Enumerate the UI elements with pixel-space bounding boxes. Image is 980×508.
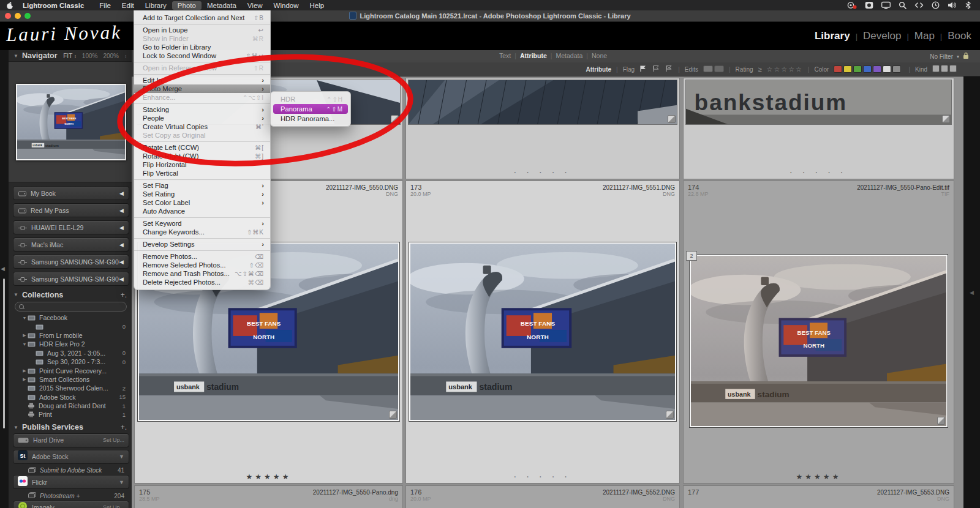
volume-icon[interactable] — [948, 1, 957, 9]
device-item[interactable]: Red My Pass◀ — [13, 203, 129, 217]
collapse-arrow-icon[interactable]: ◀ — [119, 242, 124, 248]
disclosure-triangle-icon[interactable]: ▶ — [21, 368, 28, 373]
navigator-thumbnail[interactable]: BEST FANSNORTHusbankstadium — [16, 84, 126, 160]
menubar-item-photo[interactable]: Photo — [172, 1, 202, 10]
menu-item-photo-merge[interactable]: Photo Merge› — [134, 84, 270, 93]
display-icon[interactable] — [881, 1, 891, 9]
collection-item[interactable]: Aug 3, 2021 - 3:05...0 — [9, 349, 132, 357]
color-swatch-4[interactable] — [873, 65, 881, 73]
develop-badge-icon[interactable] — [666, 411, 674, 419]
navigator-zoom-more-icon[interactable]: ↕ — [124, 53, 127, 59]
collection-item[interactable]: Adobe Stock15 — [9, 393, 132, 402]
menu-item-set-keyword[interactable]: Set Keyword› — [134, 219, 270, 228]
menu-item-set-rating[interactable]: Set Rating› — [134, 190, 270, 198]
collection-item[interactable]: 2015 Sherwood Calen...2 — [9, 384, 132, 392]
disclosure-triangle-icon[interactable]: ▶ — [21, 333, 28, 338]
submenu-item-panorama[interactable]: Panorama⌃⇧M — [273, 104, 348, 114]
navigator-preview[interactable]: BEST FANSNORTHusbankstadium — [9, 61, 132, 182]
collapse-arrow-icon[interactable]: ◀ — [119, 259, 124, 265]
device-item[interactable]: HUAWEI ELE-L29◀ — [13, 220, 129, 234]
menubar-item-help[interactable]: Help — [304, 1, 330, 10]
grid-cell[interactable]: 17520211127-IMG_5550-Pano.dng28.5 MPdng — [134, 485, 403, 508]
flag-unflagged-icon[interactable] — [652, 65, 660, 73]
photo-thumbnail[interactable]: BEST FANSNORTHusbankstadium — [409, 242, 676, 421]
menu-item-delete-rejected-photos[interactable]: Delete Rejected Photos...⌘⌫ — [134, 278, 270, 286]
publish-services-header[interactable]: ▼ Publish Services +. — [9, 422, 132, 433]
filter-tab-text[interactable]: Text — [499, 52, 511, 59]
camera-icon[interactable] — [865, 1, 873, 9]
search-icon[interactable] — [899, 1, 907, 9]
device-item[interactable]: Samsung SAMSUNG-SM-G900A◀ — [13, 272, 129, 286]
menu-item-add-to-target-collection-and-next[interactable]: Add to Target Collection and Next⇧B — [134, 13, 270, 22]
collection-item[interactable]: ▶From Lr mobile — [9, 331, 132, 340]
rating-stars[interactable]: ★★★★★ — [135, 473, 402, 481]
collection-item[interactable]: ▶Smart Collections — [9, 375, 132, 384]
left-panel-collapse-icon[interactable]: ◀ — [1, 266, 5, 272]
rating-dots[interactable]: · · · · · — [684, 169, 954, 176]
develop-badge-icon[interactable] — [391, 115, 399, 123]
photo-thumbnail[interactable] — [408, 80, 677, 125]
stack-count-badge[interactable]: 2 — [686, 251, 697, 261]
submenu-item-hdr-panorama[interactable]: HDR Panorama... — [273, 114, 348, 124]
collapse-arrow-icon[interactable]: ◀ — [119, 225, 124, 231]
collection-search-input[interactable] — [15, 302, 127, 312]
device-item[interactable]: My Book◀ — [13, 186, 129, 200]
disclosure-triangle-icon[interactable]: ▼ — [21, 316, 28, 320]
collection-item[interactable]: Doug and Richard Dent1 — [9, 402, 132, 410]
rating-dots[interactable]: · · · · · — [406, 169, 679, 176]
rating-dots[interactable]: · · · · · — [406, 473, 679, 480]
collection-item[interactable]: Sep 30, 2020 - 7:3...0 — [9, 357, 132, 366]
menubar-item-view[interactable]: View — [242, 1, 268, 10]
collection-item[interactable]: ▼HDR Efex Pro 2 — [9, 340, 132, 348]
menubar-item-edit[interactable]: Edit — [116, 1, 140, 10]
grid-cell[interactable]: 17620211127-IMG_5552.DNG20.0 MPDNG — [405, 485, 680, 508]
menu-item-edit-in[interactable]: Edit In› — [134, 76, 270, 84]
color-swatch-5[interactable] — [883, 65, 891, 73]
navigator-zoom-200[interactable]: 200% — [103, 53, 119, 59]
code-icon[interactable] — [914, 1, 924, 9]
module-tab-library[interactable]: Library — [815, 30, 850, 42]
rating-stars-filter[interactable]: ☆☆☆☆☆ — [767, 65, 803, 73]
publish-service-item[interactable]: Flickr▼ — [13, 475, 129, 489]
apple-menu-icon[interactable] — [6, 1, 14, 10]
menu-item-people[interactable]: People› — [134, 114, 270, 122]
menu-item-lock-to-second-window[interactable]: Lock to Second Window⇧⌘↩ — [134, 51, 270, 60]
left-panel-scrollbar[interactable] — [3, 278, 5, 428]
expand-triangle-icon[interactable]: ▼ — [119, 454, 124, 460]
publish-collection-item[interactable]: Submit to Adobe Stock41 — [9, 466, 132, 476]
color-swatch-2[interactable] — [853, 65, 862, 73]
edits-filter-icons[interactable] — [703, 65, 724, 73]
color-swatch-3[interactable] — [863, 65, 872, 73]
navigator-fit-button[interactable]: FIT ↕ — [63, 53, 77, 59]
publish-collection-item[interactable]: Photostream +204 — [9, 491, 132, 501]
flag-pick-icon[interactable] — [639, 65, 647, 73]
menu-item-set-flag[interactable]: Set Flag› — [134, 181, 270, 190]
menu-item-create-virtual-copies[interactable]: Create Virtual Copies⌘' — [134, 122, 270, 131]
develop-badge-icon[interactable] — [668, 115, 676, 123]
color-swatch-6[interactable] — [892, 65, 901, 73]
menu-item-change-keywords[interactable]: Change Keywords...⇧⌘K — [134, 228, 270, 236]
menubar-item-file[interactable]: File — [94, 1, 116, 10]
filter-tab-metadata[interactable]: Metadata — [556, 52, 582, 59]
device-item[interactable]: Samsung SAMSUNG-SM-G900A◀ — [13, 255, 129, 269]
grid-cell[interactable]: 17720211127-IMG_5553.DNGDNG — [683, 485, 954, 508]
menu-item-rotate-right-cw[interactable]: Rotate Right (CW)⌘] — [134, 152, 270, 160]
collection-item[interactable]: ▶Point Curve Recovery... — [9, 366, 132, 375]
develop-badge-icon[interactable] — [389, 411, 397, 419]
filter-preset[interactable]: No Filter ▾ — [930, 52, 969, 61]
menu-item-remove-and-trash-photos[interactable]: Remove and Trash Photos...⌥⇧⌘⌫ — [134, 269, 270, 278]
menubar-item-library[interactable]: Library — [140, 1, 172, 10]
rating-stars[interactable]: ★★★★★ — [684, 473, 954, 481]
menubar-item-metadata[interactable]: Metadata — [202, 1, 242, 10]
bluetooth-icon[interactable] — [965, 1, 971, 9]
clock-icon[interactable] — [932, 1, 940, 9]
menu-item-auto-advance[interactable]: Auto Advance — [134, 207, 270, 215]
menubar-item-window[interactable]: Window — [268, 1, 304, 10]
navigator-zoom-100[interactable]: 100% — [82, 53, 98, 59]
app-menu-title[interactable]: Lightroom Classic — [23, 2, 84, 9]
menu-item-rotate-left-ccw[interactable]: Rotate Left (CCW)⌘[ — [134, 143, 270, 152]
grid-cell[interactable]: · · · · · — [405, 78, 680, 179]
develop-badge-icon[interactable] — [942, 115, 950, 123]
publish-service-item[interactable]: StAdobe Stock▼ — [13, 450, 129, 464]
develop-badge-icon[interactable] — [937, 417, 945, 425]
